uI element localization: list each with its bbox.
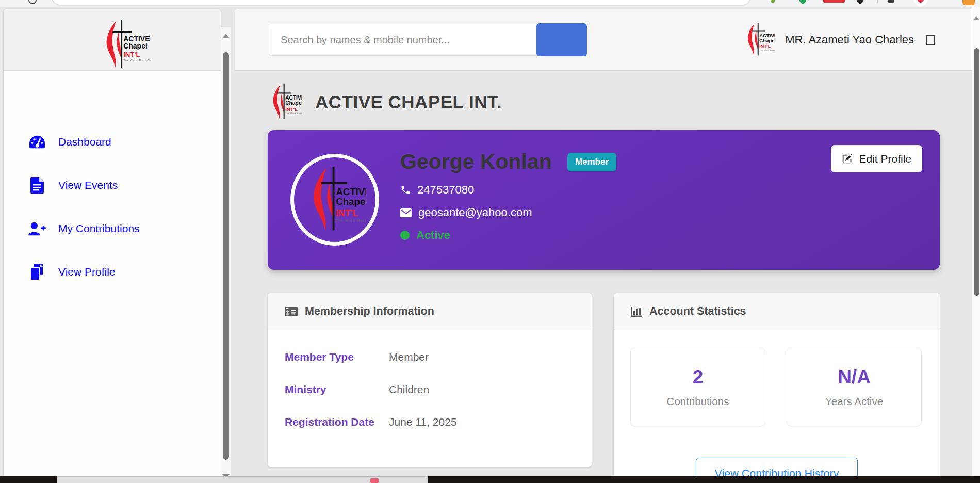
church-logo: ACTIVE Chapel INT'L The Word Must Go [24,19,221,70]
avatar: ACTIVE Chapel INT'L The Word Must Go [290,154,379,246]
page-scrollbar-thumb[interactable] [974,48,979,296]
stat-value: N/A [838,366,871,388]
svg-text:Chapel: Chapel [336,196,366,207]
dashboard-icon [28,134,46,150]
page-header: ACTIVE Chapel INT'L The Word Must Go ACT… [268,77,502,126]
sidebar: ACTIVE Chapel INT'L The Word Must Go Das… [4,9,221,479]
sidebar-item-label: My Contributions [58,222,140,235]
phone-row: 247537080 [400,183,616,197]
field-label: Registration Date [285,412,389,432]
svg-text:Chapel: Chapel [123,42,148,50]
svg-text:INT'L: INT'L [285,106,298,112]
user-menu[interactable]: ACTIVE Chapel INT'L The Word Must Go MR.… [743,9,935,71]
phone-icon [400,185,411,195]
church-logo: ACTIVE Chapel INT'L The Word Must Go [268,82,302,123]
sidebar-item-view-events[interactable]: View Events [28,172,118,199]
sidebar-item-label: View Profile [58,266,116,278]
scroll-up-icon[interactable] [973,16,979,20]
sidebar-item-my-contributions[interactable]: My Contributions [28,215,140,242]
page-title: ACTIVE CHAPEL INT. [315,92,502,112]
church-logo: ACTIVE Chapel INT'L The Word Must Go [743,21,775,59]
sidebar-item-label: Dashboard [58,136,111,148]
field-value: Children [389,379,429,399]
svg-text:Chapel: Chapel [759,38,775,43]
chart-icon [631,307,642,317]
svg-text:The Word Must Go: The Word Must Go [336,219,366,222]
svg-text:The Word Must Go: The Word Must Go [759,50,775,52]
stats-card-title: Account Statistics [649,305,746,318]
stats-card: Account Statistics 2 Contributions N/A Y… [614,293,940,483]
browser-chrome [0,0,980,7]
stats-card-body: 2 Contributions N/A Years Active [614,330,940,426]
membership-card: Membership Information Member Type Membe… [268,293,592,467]
member-type-badge: Member [567,153,616,171]
taskbar-window-strip[interactable] [57,476,428,483]
extension-flag-icon[interactable] [823,0,845,3]
svg-text:Chapel: Chapel [285,100,302,106]
edit-profile-label: Edit Profile [859,153,911,165]
field-label: Member Type [285,347,389,367]
search-button[interactable] [536,23,587,56]
edit-profile-button[interactable]: Edit Profile [831,145,922,172]
profile-avatar-icon[interactable] [914,0,927,6]
membership-row: Registration Date June 11, 2025 [285,412,575,432]
page-scrollbar[interactable] [972,7,980,476]
member-status: Active [416,229,450,242]
member-name: George Konlan [400,150,552,174]
scroll-up-icon[interactable] [222,34,230,38]
membership-card-body: Member Type Member Ministry Children Reg… [268,330,592,432]
field-label: Ministry [285,379,389,399]
user-plus-icon [28,220,46,237]
user-name: MR. Azameti Yao Charles [785,33,914,46]
profile-info: George Konlan Member 247537080 geosante@… [400,150,616,242]
flame-icon [107,21,116,68]
edit-icon [842,153,853,164]
stat-label: Years Active [825,395,883,408]
svg-text:INT'L: INT'L [336,208,358,218]
search-input[interactable] [269,24,537,56]
file-icon [28,177,46,194]
envelope-icon [400,208,412,217]
status-row: Active [400,229,616,242]
id-card-icon [285,307,298,316]
stat-box-years-active: N/A Years Active [787,348,922,426]
sidebar-item-view-profile[interactable]: View Profile [28,259,116,285]
svg-text:The Word Must Go: The Word Must Go [285,112,302,115]
sidebar-item-label: View Events [58,179,118,191]
stats-card-header: Account Statistics [614,293,940,330]
address-bar[interactable] [52,0,751,5]
field-value: June 11, 2025 [389,412,457,432]
menu-icon[interactable] [962,0,975,5]
sidebar-scrollbar[interactable] [221,27,231,483]
flame-icon [314,168,326,230]
topbar: ACTIVE Chapel INT'L The Word Must Go MR.… [235,9,972,71]
missing-glyph-icon [926,35,935,45]
member-email: geosante@yahoo.com [418,206,532,219]
svg-text:INT'L: INT'L [123,51,140,58]
reload-icon[interactable] [28,0,37,4]
taskbar [0,476,980,483]
field-value: Member [389,347,429,367]
sidebar-header: ACTIVE Chapel INT'L The Word Must Go [4,9,221,71]
copy-icon [28,264,46,280]
extension-diamond-icon[interactable] [798,0,807,5]
puzzle-icon[interactable] [888,0,894,3]
flame-icon [273,85,280,119]
church-logo: ACTIVE Chapel INT'L The Word Must Go [303,166,366,234]
status-dot-icon [400,231,410,240]
extension-dot-icon[interactable] [857,0,863,4]
svg-text:ACTIVE: ACTIVE [285,95,302,101]
sidebar-item-dashboard[interactable]: Dashboard [28,128,111,155]
svg-text:INT'L: INT'L [759,44,771,49]
extension-green-icon[interactable] [771,0,775,3]
email-row: geosante@yahoo.com [400,206,616,219]
stat-value: 2 [693,366,704,388]
app-window: ACTIVE Chapel INT'L The Word Must Go Das… [0,7,980,476]
membership-card-title: Membership Information [305,305,434,318]
membership-row: Member Type Member [285,347,575,367]
profile-card: ACTIVE Chapel INT'L The Word Must Go Geo… [268,130,940,270]
taskbar-red-icon [370,478,379,483]
sidebar-scrollbar-thumb[interactable] [223,52,229,460]
membership-card-header: Membership Information [268,293,592,330]
divider [877,0,878,3]
